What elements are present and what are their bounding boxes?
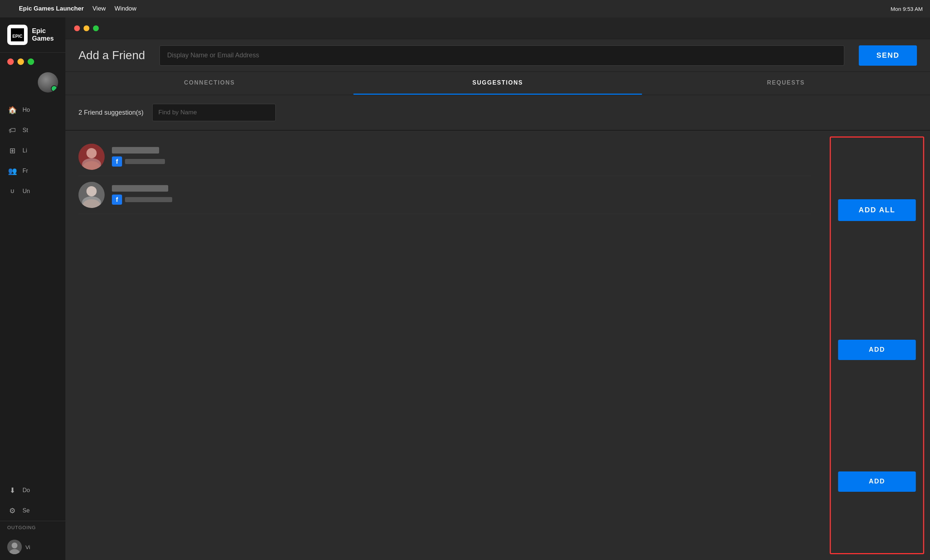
user-avatar-bottom — [7, 540, 22, 554]
sidebar-bottom-nav: ⬇ Do ⚙ Se OUTGOING Vi — [0, 480, 65, 560]
friend-name — [112, 185, 168, 192]
tab-suggestions[interactable]: SUGGESTIONS — [354, 72, 642, 95]
titlebar-minimize[interactable] — [83, 25, 89, 31]
sidebar-item-friends-label: Fr — [23, 168, 28, 174]
add-button-2[interactable]: ADD — [838, 471, 916, 492]
sidebar-item-settings-label: Se — [23, 507, 30, 514]
avatar[interactable] — [38, 72, 58, 92]
sidebar-item-friends[interactable]: 👥 Fr — [0, 161, 65, 181]
home-icon: 🏠 — [7, 105, 17, 115]
add-button-1[interactable]: ADD — [838, 340, 916, 360]
friend-input-wrapper — [160, 45, 844, 66]
suggestions-area: 2 Friend suggestion(s) — [65, 95, 930, 560]
add-buttons-panel: ADD ALL ADD ADD — [830, 137, 924, 554]
titlebar-maximize[interactable] — [93, 25, 99, 31]
suggestions-count: 2 Friend suggestion(s) — [79, 109, 143, 117]
close-button[interactable] — [7, 58, 14, 65]
titlebar-traffic-lights — [74, 25, 99, 31]
downloads-icon: ⬇ — [7, 485, 17, 496]
svg-point-3 — [12, 543, 17, 548]
friend-fb-name — [125, 159, 165, 164]
window-titlebar — [65, 17, 930, 39]
window-panel: Add a Friend SEND CONNECTIONS SUGGESTION… — [65, 17, 930, 560]
sidebar-user-bottom[interactable]: Vi — [0, 534, 65, 560]
sidebar-item-unreal[interactable]: U Un — [0, 181, 65, 201]
friend-fb-name — [125, 197, 172, 202]
sidebar-avatar-area — [0, 65, 65, 100]
sidebar-item-library-label: Li — [23, 147, 27, 154]
facebook-icon: f — [112, 195, 122, 205]
friend-facebook-row: f — [112, 156, 811, 167]
sidebar-item-unreal-label: Un — [23, 188, 30, 195]
friend-info: f — [112, 185, 811, 205]
list-item: f — [79, 138, 811, 176]
titlebar-close[interactable] — [74, 25, 80, 31]
sidebar-app-name: Epic Games — [32, 27, 58, 43]
sidebar-user-name: Vi — [25, 544, 30, 550]
find-by-name-input[interactable] — [152, 104, 276, 121]
tab-connections[interactable]: CONNECTIONS — [65, 72, 354, 95]
friend-name — [112, 147, 159, 153]
svg-point-8 — [79, 182, 105, 208]
sidebar-item-store-label: St — [23, 127, 28, 133]
store-icon: 🏷 — [7, 125, 17, 135]
settings-icon: ⚙ — [7, 506, 17, 516]
sidebar-item-settings[interactable]: ⚙ Se — [0, 500, 65, 521]
avatar — [79, 144, 105, 170]
add-all-button[interactable]: ADD ALL — [838, 199, 916, 221]
library-icon: ⊞ — [7, 146, 17, 156]
svg-text:EPIC: EPIC — [12, 34, 23, 39]
display-name-input[interactable] — [160, 45, 844, 66]
outgoing-label: OUTGOING — [0, 521, 65, 534]
list-item: f — [79, 176, 811, 214]
sidebar-item-library[interactable]: ⊞ Li — [0, 140, 65, 161]
minimize-button[interactable] — [17, 58, 24, 65]
suggestions-toolbar: 2 Friend suggestion(s) — [65, 95, 930, 130]
sidebar-nav: 🏠 Ho 🏷 St ⊞ Li 👥 Fr U Un — [0, 100, 65, 480]
svg-point-6 — [86, 148, 97, 158]
menubar: Epic Games Launcher View Window Mon 9:53… — [0, 0, 930, 17]
sidebar-item-downloads[interactable]: ⬇ Do — [0, 480, 65, 500]
svg-point-5 — [79, 144, 105, 170]
sidebar-logo: EPIC Epic Games — [0, 17, 65, 53]
svg-point-10 — [83, 199, 100, 208]
page-title: Add a Friend — [79, 49, 145, 62]
menubar-time: Mon 9:53 AM — [891, 6, 923, 12]
sidebar: EPIC Epic Games 🏠 Ho 🏷 St — [0, 17, 65, 560]
sidebar-item-home[interactable]: 🏠 Ho — [0, 100, 65, 120]
suggestions-main: f — [65, 130, 930, 560]
sidebar-item-downloads-label: Do — [23, 487, 30, 494]
app-name-menu[interactable]: Epic Games Launcher — [19, 5, 84, 12]
tabs-row: CONNECTIONS SUGGESTIONS REQUESTS — [65, 72, 930, 95]
maximize-button[interactable] — [28, 58, 34, 65]
window-menu[interactable]: Window — [114, 5, 136, 12]
avatar — [79, 182, 105, 208]
main-area: EPIC Epic Games 🏠 Ho 🏷 St — [0, 17, 930, 560]
friend-info: f — [112, 147, 811, 167]
svg-point-7 — [83, 161, 100, 170]
view-menu[interactable]: View — [92, 5, 106, 12]
svg-point-9 — [86, 186, 97, 196]
friends-icon: 👥 — [7, 166, 17, 176]
unreal-icon: U — [7, 186, 17, 196]
sidebar-item-store[interactable]: 🏷 St — [0, 120, 65, 140]
send-button[interactable]: SEND — [859, 45, 917, 66]
epic-logo-icon: EPIC — [7, 25, 28, 45]
suggestions-list: f — [65, 130, 824, 560]
sidebar-item-home-label: Ho — [23, 107, 30, 113]
add-friend-header: Add a Friend SEND — [65, 39, 930, 72]
friend-facebook-row: f — [112, 195, 811, 205]
tab-requests[interactable]: REQUESTS — [642, 72, 930, 95]
window-traffic-lights — [0, 53, 65, 65]
facebook-icon: f — [112, 156, 122, 167]
